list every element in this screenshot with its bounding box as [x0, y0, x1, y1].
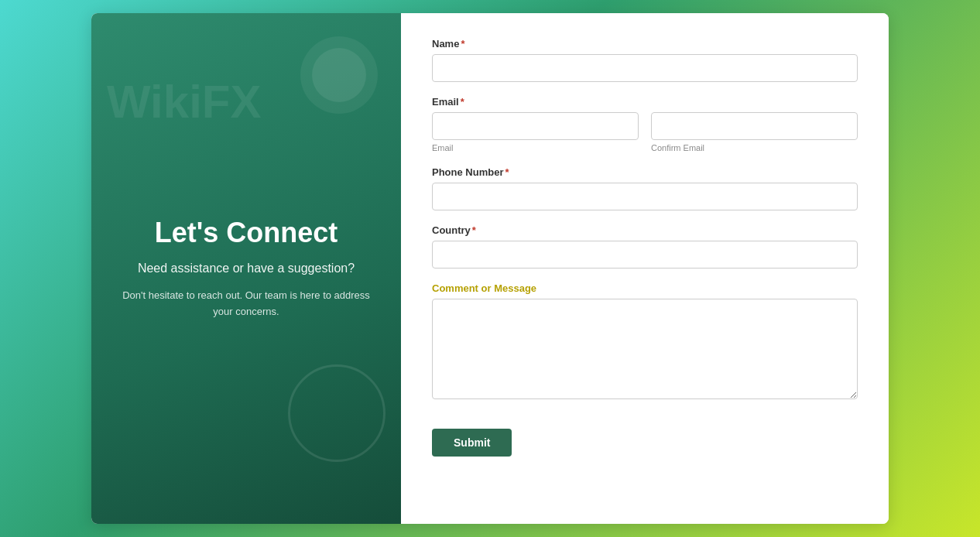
name-required: *	[461, 38, 464, 50]
country-label: Country*	[432, 224, 858, 236]
decorative-circle-inner	[312, 48, 366, 102]
country-input[interactable]	[432, 241, 858, 268]
panel-subtitle: Need assistance or have a suggestion?	[138, 262, 355, 275]
panel-description: Don't hesitate to reach out. Our team is…	[116, 288, 376, 320]
phone-input[interactable]	[432, 183, 858, 210]
decorative-circle	[300, 36, 378, 114]
email-field-wrap: Email	[432, 112, 639, 152]
phone-label: Phone Number*	[432, 166, 858, 178]
email-group: Email* Email Confirm Email	[432, 96, 858, 152]
email-row: Email Confirm Email	[432, 112, 858, 152]
contact-card: Let's Connect Need assistance or have a …	[91, 13, 889, 524]
email-sub-label: Email	[432, 143, 639, 152]
confirm-email-sub-label: Confirm Email	[651, 143, 858, 152]
confirm-email-field-wrap: Confirm Email	[651, 112, 858, 152]
country-group: Country*	[432, 224, 858, 268]
phone-group: Phone Number*	[432, 166, 858, 210]
name-input[interactable]	[432, 54, 858, 82]
comment-textarea[interactable]	[432, 299, 858, 399]
confirm-email-input[interactable]	[651, 112, 858, 140]
comment-group: Comment or Message	[432, 282, 858, 402]
name-label: Name*	[432, 38, 858, 50]
submit-button[interactable]: Submit	[432, 429, 512, 457]
comment-label: Comment or Message	[432, 282, 858, 294]
panel-title: Let's Connect	[155, 217, 338, 249]
email-input[interactable]	[432, 112, 639, 140]
left-panel: Let's Connect Need assistance or have a …	[91, 13, 401, 524]
email-label: Email*	[432, 96, 858, 108]
name-group: Name*	[432, 38, 858, 82]
email-required: *	[461, 96, 464, 108]
country-required: *	[472, 224, 476, 236]
phone-required: *	[505, 166, 509, 178]
page-wrapper: Let's Connect Need assistance or have a …	[91, 13, 889, 524]
right-panel: Name* Email* Email Confirm Email	[401, 13, 889, 524]
